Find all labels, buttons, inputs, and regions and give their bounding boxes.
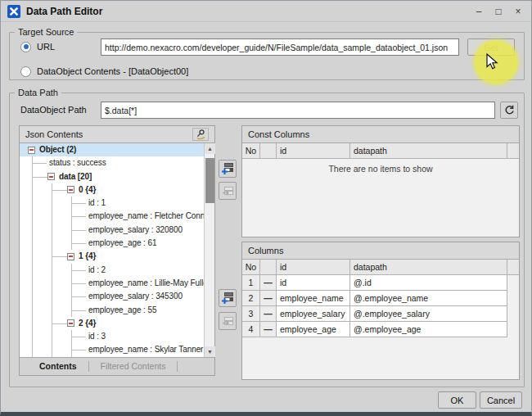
maximize-icon[interactable]: □ [492, 5, 505, 18]
tree-guide-line [72, 270, 86, 271]
column-id-cell[interactable]: id [277, 275, 350, 291]
scroll-up-icon[interactable]: ▲ [205, 143, 215, 154]
url-radio[interactable]: URL [20, 40, 55, 53]
json-tree: Object (2)status : successdata [20]0 {4}… [20, 143, 204, 357]
const-apply-column-button[interactable] [219, 182, 237, 200]
tree-node[interactable]: employee_age : 55 [20, 304, 204, 317]
tree-guide-line [52, 197, 52, 210]
row-handle-icon[interactable]: — [260, 275, 277, 291]
column-id-cell[interactable]: employee_name [277, 291, 350, 306]
tree-node[interactable]: employee_name : Lillie-May Fuller [20, 277, 204, 290]
tree-collapse-icon[interactable] [67, 253, 74, 260]
set-datapath-button[interactable] [192, 128, 209, 141]
column-datapath-cell[interactable]: @.id [350, 275, 507, 291]
tree-guide-line [32, 183, 33, 197]
tree-scrollbar[interactable]: ▲ ▼ [204, 143, 214, 357]
refresh-button[interactable] [500, 102, 518, 119]
columns-add-column-button[interactable] [219, 289, 237, 307]
tree-guide-line [32, 343, 33, 356]
tree-guide-line [52, 277, 52, 290]
column-id-cell[interactable]: employee_salary [277, 306, 350, 322]
tree-guide-line [32, 330, 33, 343]
tree-node[interactable]: id : 1 [20, 197, 204, 210]
header-cell-extra [507, 260, 519, 275]
tree-node-label: employee_salary : 345300 [88, 290, 183, 303]
title-bar: Data Path Editor – □ × [1, 1, 531, 22]
json-contents-title: Json Contents [25, 129, 83, 139]
tree-node[interactable]: employee_salary : 320800 [20, 224, 204, 237]
columns-header: Columns [242, 242, 519, 260]
minimize-icon[interactable]: – [472, 5, 485, 18]
tree-node-label: 0 {4} [79, 183, 96, 197]
const-add-column-button[interactable] [219, 160, 237, 178]
scrollbar-thumb[interactable] [205, 158, 214, 203]
tree-collapse-icon[interactable] [47, 173, 55, 180]
row-number-cell: 1 [242, 275, 260, 291]
row-handle-icon[interactable]: — [260, 291, 277, 306]
tree-node-label: employee_age : 55 [88, 304, 156, 317]
tree-node[interactable]: employee_name : Skylar Tanner [20, 343, 204, 356]
cancel-button[interactable]: Cancel [480, 391, 522, 409]
header-cell-no: No [242, 143, 260, 159]
json-contents-tabbar: Contents Filtered Contents [20, 357, 214, 375]
scroll-down-icon[interactable]: ▼ [205, 346, 215, 357]
header-cell-datapath: datapath [350, 260, 507, 275]
tree-node[interactable]: id : 2 [20, 264, 204, 277]
dataobject-radio-label: DataObject Contents - [DataObject00] [37, 66, 188, 76]
url-radio-label: URL [37, 42, 55, 52]
tree-node[interactable]: 1 {4} [20, 250, 204, 263]
tree-node[interactable]: employee_salary : 345300 [20, 290, 204, 303]
columns-apply-column-button[interactable] [219, 312, 237, 330]
row-extra-cell [507, 275, 519, 291]
tree-node[interactable]: Object (2) [20, 143, 204, 156]
tree-collapse-icon[interactable] [28, 147, 35, 154]
tree-node[interactable]: 2 {4} [20, 317, 204, 330]
tree-node[interactable]: employee_name : Fletcher Connolly [20, 210, 204, 223]
column-datapath-cell[interactable]: @.employee_age [350, 322, 507, 337]
columns-row: 1—id@.id [242, 275, 519, 291]
tree-collapse-icon[interactable] [67, 186, 74, 193]
tree-node[interactable]: 0 {4} [20, 183, 204, 197]
apply-column-icon [221, 314, 234, 328]
dataobject-path-input[interactable] [101, 102, 495, 119]
tree-guide-line [72, 243, 86, 244]
nexacro-logo-icon [7, 5, 20, 18]
dataobject-contents-radio[interactable]: DataObject Contents - [DataObject00] [20, 65, 188, 78]
tree-node-label: data [20] [59, 170, 92, 183]
row-extra-cell [507, 306, 519, 322]
header-cell-tool [260, 260, 277, 275]
target-source-legend: Target Source [15, 27, 77, 37]
data-path-editor-dialog: Data Path Editor – □ × Target Source URL… [0, 0, 532, 416]
mouse-cursor-icon [486, 53, 499, 71]
tree-node[interactable]: data [20] [20, 170, 204, 183]
radio-selected-icon [20, 42, 31, 52]
tree-guide-line [72, 350, 86, 350]
tree-collapse-icon[interactable] [67, 319, 74, 327]
tree-guide-line [72, 296, 86, 297]
refresh-icon [504, 105, 515, 115]
header-cell-no: No [242, 260, 260, 275]
tree-node[interactable]: status : success [20, 156, 204, 170]
column-datapath-cell[interactable]: @.employee_name [350, 291, 507, 306]
add-column-icon [221, 292, 234, 305]
header-cell-id: id [277, 143, 350, 159]
tree-node[interactable]: id : 3 [20, 330, 204, 343]
url-input[interactable] [101, 38, 459, 56]
ok-button[interactable]: OK [438, 391, 476, 409]
tree-guide-line [32, 317, 33, 330]
const-columns-grid-header: No id datapath [242, 143, 519, 159]
tab-filtered-contents[interactable]: Filtered Contents [89, 361, 178, 372]
row-handle-icon[interactable]: — [260, 306, 277, 322]
tree-guide-line [52, 323, 67, 324]
tree-guide-line [72, 337, 86, 337]
column-id-cell[interactable]: employee_age [277, 322, 350, 337]
row-number-cell: 4 [242, 322, 260, 337]
tab-contents[interactable]: Contents [28, 361, 89, 372]
close-icon[interactable]: × [512, 5, 525, 18]
tree-node[interactable]: employee_age : 61 [20, 237, 204, 250]
row-handle-icon[interactable]: — [260, 322, 277, 337]
tree-guide-line [32, 277, 33, 290]
column-datapath-cell[interactable]: @.employee_salary [350, 306, 507, 322]
columns-panel: Columns No id datapath 1—id@.id2—employe… [241, 242, 520, 380]
radio-unselected-icon [20, 66, 31, 77]
